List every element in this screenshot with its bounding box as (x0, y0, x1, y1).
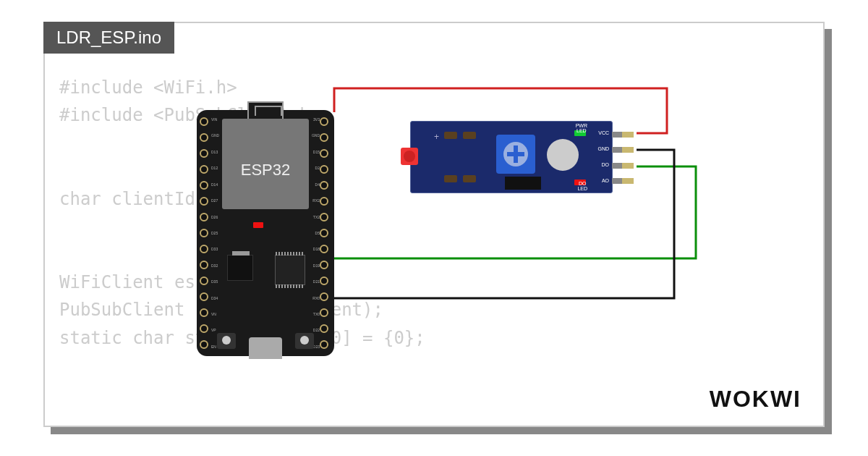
filename-text: LDR_ESP.ino (56, 28, 161, 47)
ldr-pin (612, 178, 634, 184)
ldr-pin-label-ao: AO (602, 178, 609, 183)
ldr-pot-slot-icon (514, 145, 518, 163)
ldr-pin (612, 132, 634, 138)
ldr-pwr-led-icon (574, 130, 586, 136)
ldr-pin (612, 147, 634, 153)
ldr-potentiometer[interactable] (496, 135, 535, 174)
code-preview: #include <WiFi.h> #include <PubSubClient… (59, 74, 425, 352)
project-card: LDR_ESP.ino #include <WiFi.h> #include <… (43, 22, 825, 427)
ldr-capacitor-icon (463, 132, 476, 139)
ldr-do-led-label: DO LED (577, 181, 587, 191)
ldr-capacitor-icon (444, 132, 457, 139)
wokwi-logo: WOKWI (710, 386, 801, 413)
ldr-pwr-led-label: PWR LED (576, 123, 587, 133)
filename-tab: LDR_ESP.ino (43, 22, 174, 54)
ldr-pot-slot-icon (507, 152, 524, 156)
ldr-pin (612, 163, 634, 169)
ldr-comparator-chip-icon (505, 177, 541, 190)
ldr-do-led-icon (574, 180, 586, 185)
ldr-pin-label-gnd: GND (597, 146, 609, 151)
ldr-capacitor-icon (444, 175, 457, 182)
ldr-header-pins (612, 132, 634, 184)
ldr-capacitor-icon (463, 175, 476, 182)
ldr-polarity-mark: + (434, 132, 439, 142)
logo-text: WOKWI (710, 386, 801, 412)
ldr-pin-label-do: DO (602, 162, 610, 167)
ldr-module-board[interactable]: + PWR LED DO LED VCC GND DO AO (410, 121, 613, 193)
ldr-pin-label-vcc: VCC (598, 130, 609, 135)
ldr-round-component-icon (547, 139, 579, 171)
